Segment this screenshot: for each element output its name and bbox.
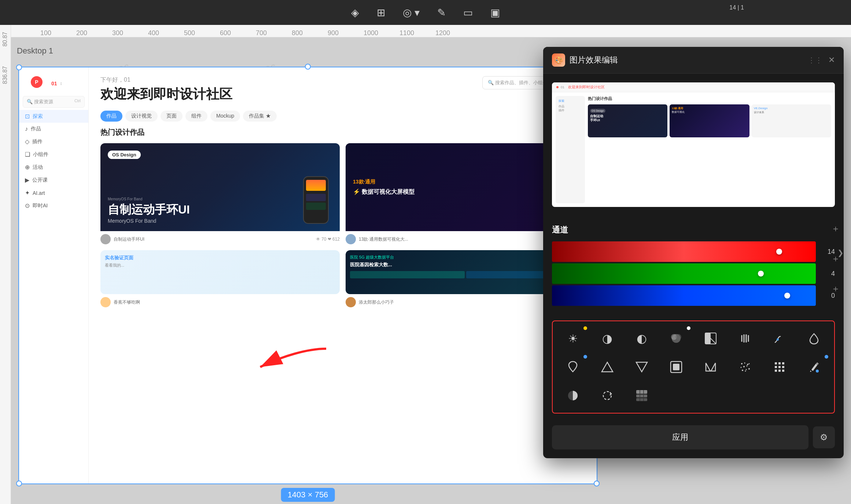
tool-target-icon[interactable]: ◈ [351,7,359,19]
effects-grid: ☀ ◑ ◐ [552,320,835,414]
coordinate-display: 14 | 1 [725,3,748,12]
tab-pages[interactable]: 页面 [161,111,183,122]
effect-blur[interactable] [729,326,761,351]
tool-rect-icon[interactable]: ▭ [463,7,473,19]
tool-component-icon[interactable]: ▣ [490,7,500,19]
effect-grid[interactable] [626,383,657,408]
card-os-design[interactable]: OS Design MemoryOS For Band 自制运动手环UI Mem… [100,143,340,244]
red-bar[interactable] [552,241,816,262]
svg-rect-30 [782,362,784,364]
svg-point-25 [748,368,750,370]
handle-tl[interactable] [16,64,22,70]
preview-image: 01 欢迎来到即时设计社区 探索 作品 插件 热门设计作品 [552,82,835,207]
plus-button-3[interactable]: ＋ [831,283,840,294]
rotate-icon [601,389,614,402]
bar-row-green: 4 [552,263,835,284]
panel-preview: 01 欢迎来到即时设计社区 探索 作品 插件 热门设计作品 [543,74,844,216]
effect-shadow2[interactable] [557,383,589,408]
handle-br[interactable] [594,481,600,486]
sidebar-search[interactable]: 🔍 搜索资源 Ctrl [23,96,85,108]
plus-button-2[interactable]: ＋ [831,253,840,264]
tool-frame-icon[interactable]: ⊞ [377,7,385,19]
panel-close-button[interactable]: ✕ [828,55,835,65]
effect-water2[interactable] [557,354,589,380]
effect-curve[interactable] [764,326,795,351]
card-subtitle: MemoryOS For Band [108,218,332,224]
red-bar-handle[interactable] [776,249,782,255]
canvas-area: 普号 0936 普号 0936 普号 0936 普号 0936 普号 0936 … [11,37,851,504]
bar-row-blue: 0 [552,285,835,306]
svg-point-26 [745,371,746,372]
settings-button[interactable]: ⚙ [813,426,835,448]
blue-bar-handle[interactable] [784,293,790,299]
effect-brightness[interactable]: ☀ [557,326,589,351]
svg-rect-34 [775,370,777,372]
svg-point-27 [749,363,750,364]
tab-portfolio[interactable]: 作品集 ★ [243,111,277,122]
sidebar-item-instant-ai[interactable]: ⊙ 即时AI [19,199,88,212]
effect-frame2[interactable] [660,354,692,380]
effect-hue[interactable] [660,326,692,351]
grid-icon [636,389,648,402]
ruler-top: 100 200 300 400 500 600 700 800 900 1000… [11,25,851,37]
card-title: 自制运动手环UI [108,203,332,216]
sidebar-item-courses[interactable]: ▶ 公开课 [19,174,88,186]
exposure-icon: ◐ [637,331,647,345]
image-effect-panel: 🎨 图片效果编辑 ⋮⋮ ✕ 01 欢迎来到即时设计社区 [543,47,844,458]
svg-rect-28 [775,362,777,364]
section-title: 热门设计作品 [100,127,585,137]
effect-invert[interactable] [695,326,726,351]
plus-button-1[interactable]: ＋ [831,223,840,234]
effect-fill[interactable] [798,354,830,380]
ruler-left: 80.87 836.87 [0,25,11,504]
contrast-icon: ◑ [602,331,612,345]
greeting: 下午好，01 [100,76,232,84]
effect-noise[interactable] [729,354,761,380]
svg-rect-40 [636,390,647,394]
effect-pattern[interactable] [764,354,795,380]
green-bar[interactable] [552,263,816,284]
sidebar-item-ai-art[interactable]: ✦ AI.art [19,186,88,199]
sidebar-item-widgets[interactable]: ❑ 小组件 [19,148,88,161]
handle-rotate[interactable] [305,64,311,70]
tool-pen-icon[interactable]: ✎ [437,7,446,19]
apply-button[interactable]: 应用 [552,425,808,449]
tab-mockup[interactable]: Mockup [210,111,240,122]
card-user-3: 香蕉不够吃啊 [100,297,340,307]
fill-dot [825,355,828,359]
svg-rect-29 [778,362,781,364]
sidebar-item-plugins[interactable]: ◇ 插件 [19,135,88,148]
sidebar-item-explore[interactable]: ⊡ 探索 [19,110,88,123]
svg-point-21 [743,366,745,367]
works-icon: ♪ [25,126,28,132]
card-verification[interactable]: 实名验证页面 看看我的... 香蕉不够吃啊 [100,250,340,307]
red-arrow [253,341,334,379]
tab-works[interactable]: 作品 [100,111,122,122]
sidebar-item-activities[interactable]: ⊕ 活动 [19,161,88,174]
blue-bar[interactable] [552,285,816,306]
sidebar-item-works[interactable]: ♪ 作品 [19,123,88,135]
sidebar-logo: P [31,76,43,88]
tab-components[interactable]: 组件 [185,111,207,122]
effect-contrast[interactable]: ◑ [592,326,623,351]
svg-point-10 [777,338,779,341]
size-badge: 1403 × 756 [281,488,335,502]
effect-exposure[interactable]: ◐ [626,326,657,351]
panel-app-icon: 🎨 [552,53,565,67]
effect-triangle[interactable] [592,354,623,380]
welcome-title: 欢迎来到即时设计社区 [100,85,232,103]
tab-design-visual[interactable]: 设计视觉 [125,111,158,122]
panel-title-area: 🎨 图片效果编辑 [552,53,618,67]
effect-tri-down[interactable] [626,354,657,380]
effect-water1[interactable] [798,326,830,351]
frame2-icon [670,361,682,373]
apply-bar: 应用 ⚙ [543,425,844,458]
effect-rotate[interactable] [592,383,623,408]
svg-point-20 [741,367,742,368]
green-bar-handle[interactable] [758,271,764,277]
ai-art-icon: ✦ [25,189,30,196]
effect-mirror[interactable] [695,354,726,380]
panel-more-dots[interactable]: ⋮⋮ [808,56,822,64]
handle-bl[interactable] [16,481,22,486]
tool-circle-icon[interactable]: ◎ ▾ [403,7,420,19]
